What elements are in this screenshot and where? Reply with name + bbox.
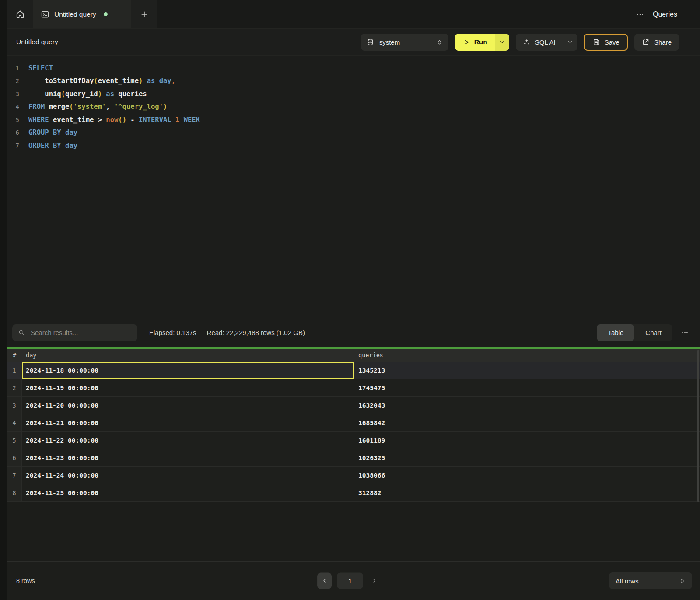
save-button-label: Save — [605, 38, 620, 46]
cell-day[interactable]: 2024-11-22 00:00:00 — [22, 432, 354, 449]
cell-queries[interactable]: 1026325 — [354, 449, 700, 466]
sql-editor[interactable]: 1SELECT2 toStartOfDay(event_time) as day… — [7, 56, 700, 318]
pagination: 1 — [317, 573, 380, 589]
cell-queries[interactable]: 1745475 — [354, 379, 700, 396]
cell-day[interactable]: 2024-11-21 00:00:00 — [22, 414, 354, 431]
line-number: 6 — [7, 129, 19, 136]
line-number: 2 — [7, 77, 19, 84]
code-line[interactable]: 3 uniq(query_id) as queries — [7, 87, 700, 101]
cell-day[interactable]: 2024-11-25 00:00:00 — [22, 484, 354, 501]
code-text: ORDER BY day — [28, 142, 77, 150]
more-options-button[interactable] — [636, 10, 644, 18]
terminal-icon — [41, 10, 49, 19]
code-line[interactable]: 2 toStartOfDay(event_time) as day, — [7, 75, 700, 88]
share-button[interactable]: Share — [634, 34, 679, 51]
code-line[interactable]: 1SELECT — [7, 62, 700, 75]
cell-queries[interactable]: 312882 — [354, 484, 700, 501]
queries-link[interactable]: Queries — [653, 10, 677, 18]
sql-ai-button-label: SQL AI — [535, 38, 556, 46]
row-number: 3 — [7, 397, 22, 414]
code-text: SELECT — [28, 64, 53, 72]
line-number: 4 — [7, 103, 19, 110]
sql-ai-button-group: SQL AI — [516, 34, 578, 51]
cell-day[interactable]: 2024-11-19 00:00:00 — [22, 379, 354, 396]
results-scrollbar[interactable] — [697, 350, 699, 502]
next-page-button[interactable] — [368, 573, 380, 589]
read-stat: Read: 22,229,488 rows (1.02 GB) — [207, 329, 305, 336]
code-text: GROUP BY day — [28, 129, 77, 136]
app-window: Untitled query Queries Untitled query sy… — [7, 0, 700, 600]
table-row[interactable]: 62024-11-23 00:00:001026325 — [7, 449, 700, 467]
database-selector-value: system — [379, 38, 400, 46]
run-button-label: Run — [474, 38, 487, 46]
tab-bar: Untitled query Queries — [7, 0, 700, 29]
table-row[interactable]: 32024-11-20 00:00:001632043 — [7, 397, 700, 414]
share-button-label: Share — [654, 38, 672, 46]
table-row[interactable]: 82024-11-25 00:00:00312882 — [7, 484, 700, 502]
table-header: # day queries — [7, 349, 700, 362]
results-toolbar: Elapsed: 0.137s Read: 22,229,488 rows (1… — [7, 318, 700, 347]
code-text: WHERE event_time > now() - INTERVAL 1 WE… — [28, 116, 200, 124]
code-line[interactable]: 6GROUP BY day — [7, 126, 700, 140]
code-line[interactable]: 4FROM merge('system', '^query_log') — [7, 101, 700, 114]
sql-ai-button[interactable]: SQL AI — [516, 34, 563, 51]
new-tab-button[interactable] — [131, 0, 158, 28]
column-header-index[interactable]: # — [7, 352, 22, 359]
table-row[interactable]: 52024-11-22 00:00:001601189 — [7, 432, 700, 449]
search-results-input[interactable] — [30, 328, 132, 337]
table-row[interactable]: 42024-11-21 00:00:001685842 — [7, 414, 700, 432]
sql-ai-options-button[interactable] — [563, 34, 578, 51]
results-footer: 8 rows 1 All rows — [7, 561, 700, 600]
table-row[interactable]: 22024-11-19 00:00:001745475 — [7, 379, 700, 397]
row-number: 6 — [7, 449, 22, 466]
chevron-down-icon — [567, 39, 573, 45]
row-number: 8 — [7, 484, 22, 501]
code-line[interactable]: 7ORDER BY day — [7, 139, 700, 152]
run-options-button[interactable] — [495, 34, 509, 51]
row-number: 7 — [7, 467, 22, 484]
run-button[interactable]: Run — [455, 34, 495, 51]
chevron-right-icon — [371, 578, 377, 584]
previous-page-button[interactable] — [317, 573, 332, 589]
cell-queries[interactable]: 1345213 — [354, 362, 700, 379]
table-row[interactable]: 12024-11-18 00:00:001345213 — [7, 362, 700, 379]
table-row[interactable]: 72024-11-24 00:00:001038066 — [7, 467, 700, 484]
cell-day[interactable]: 2024-11-18 00:00:00 — [22, 362, 354, 379]
page-number-button[interactable]: 1 — [337, 573, 363, 589]
tab-label: Untitled query — [54, 10, 96, 18]
row-number: 5 — [7, 432, 22, 449]
tab-table[interactable]: Table — [597, 324, 634, 341]
tab-untitled-query[interactable]: Untitled query — [33, 0, 131, 28]
line-number: 5 — [7, 116, 19, 123]
ellipsis-icon — [681, 329, 689, 336]
code-line[interactable]: 5WHERE event_time > now() - INTERVAL 1 W… — [7, 113, 700, 126]
home-icon — [15, 10, 25, 19]
updown-chevron-icon — [436, 39, 443, 45]
column-header-day[interactable]: day — [22, 352, 354, 359]
page-title: Untitled query — [16, 38, 58, 46]
collapsed-sidebar-strip — [0, 0, 7, 600]
results-menu-button[interactable] — [679, 327, 690, 338]
code-text: uniq(query_id) as queries — [28, 90, 147, 98]
search-icon — [18, 329, 25, 336]
tab-chart[interactable]: Chart — [634, 324, 672, 341]
line-number: 7 — [7, 142, 19, 149]
search-results-box[interactable] — [12, 324, 137, 341]
updown-chevron-icon — [679, 578, 686, 584]
rows-per-page-selector[interactable]: All rows — [609, 572, 692, 589]
database-selector[interactable]: system — [361, 34, 448, 51]
cell-day[interactable]: 2024-11-24 00:00:00 — [22, 467, 354, 484]
cell-queries[interactable]: 1038066 — [354, 467, 700, 484]
cell-queries[interactable]: 1632043 — [354, 397, 700, 414]
rows-per-page-value: All rows — [616, 577, 639, 585]
column-header-queries[interactable]: queries — [354, 349, 700, 362]
row-number: 2 — [7, 379, 22, 396]
row-count: 8 rows — [16, 577, 35, 584]
save-button[interactable]: Save — [584, 34, 628, 51]
chevron-left-icon — [322, 578, 327, 584]
cell-day[interactable]: 2024-11-20 00:00:00 — [22, 397, 354, 414]
cell-day[interactable]: 2024-11-23 00:00:00 — [22, 449, 354, 466]
home-button[interactable] — [7, 0, 33, 28]
cell-queries[interactable]: 1685842 — [354, 414, 700, 431]
cell-queries[interactable]: 1601189 — [354, 432, 700, 449]
